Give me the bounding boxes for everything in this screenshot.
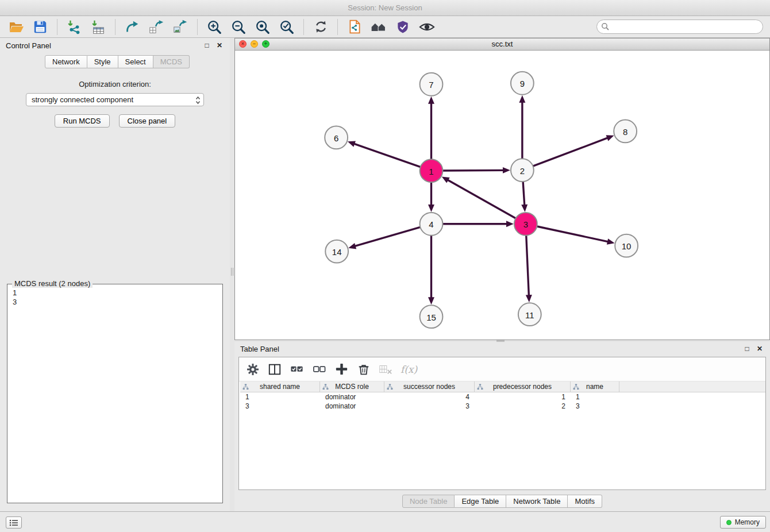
control-panel-tabs: Network Style Select MCDS bbox=[45, 55, 230, 68]
graph-node-6[interactable] bbox=[325, 126, 348, 149]
run-mcds-button[interactable]: Run MCDS bbox=[55, 114, 110, 128]
graph-edge-1-2[interactable] bbox=[442, 170, 504, 171]
table-row[interactable]: 1dominator411 bbox=[240, 392, 765, 402]
zoom-window-button[interactable]: + bbox=[262, 40, 270, 48]
import-network-button[interactable] bbox=[65, 18, 83, 36]
add-column-button[interactable] bbox=[334, 362, 349, 376]
search-input[interactable] bbox=[596, 20, 763, 34]
export-table-button[interactable] bbox=[147, 18, 165, 36]
clear-selection-button[interactable] bbox=[312, 363, 326, 376]
memory-status-icon bbox=[726, 520, 732, 525]
select-all-button[interactable] bbox=[290, 363, 304, 376]
tab-network[interactable]: Network bbox=[45, 55, 87, 68]
toolbar-separator bbox=[115, 19, 116, 35]
tab-motifs[interactable]: Motifs bbox=[568, 495, 602, 508]
float-panel-icon[interactable]: □ bbox=[202, 41, 211, 49]
cell-name[interactable]: 3 bbox=[571, 402, 619, 411]
memory-button[interactable]: Memory bbox=[720, 516, 766, 529]
show-columns-button[interactable] bbox=[268, 363, 282, 376]
annotation-button[interactable] bbox=[394, 18, 412, 36]
close-panel-icon[interactable]: ✕ bbox=[215, 41, 224, 49]
home-button[interactable] bbox=[369, 18, 388, 36]
graph-node-11[interactable] bbox=[518, 303, 541, 326]
open-session-button[interactable] bbox=[7, 18, 25, 36]
cell-mcds-role[interactable]: dominator bbox=[320, 402, 384, 411]
delete-row-button[interactable] bbox=[357, 363, 371, 376]
minimize-window-button[interactable]: − bbox=[251, 40, 258, 48]
vertical-splitter[interactable] bbox=[230, 38, 234, 511]
graph-node-10[interactable] bbox=[615, 234, 638, 257]
zoom-out-icon bbox=[230, 19, 247, 35]
clear-selection-icon bbox=[312, 363, 326, 376]
cell-shared-name[interactable]: 3 bbox=[240, 402, 320, 411]
graph-edge-3-10[interactable] bbox=[537, 226, 609, 242]
column-header-name[interactable]: name bbox=[571, 381, 619, 392]
zoom-out-button[interactable] bbox=[229, 18, 248, 36]
function-builder-button[interactable]: f(x) bbox=[401, 364, 417, 375]
graph-node-15[interactable] bbox=[420, 305, 443, 328]
graph-node-14[interactable] bbox=[325, 240, 348, 263]
graph-edge-2-8[interactable] bbox=[533, 138, 608, 166]
save-session-button[interactable] bbox=[31, 18, 49, 36]
graph-edge-2-3[interactable] bbox=[523, 182, 525, 206]
task-history-button[interactable] bbox=[6, 516, 22, 529]
tab-node-table[interactable]: Node Table bbox=[402, 495, 455, 508]
graph-node-1[interactable] bbox=[420, 159, 443, 182]
import-table-button[interactable] bbox=[89, 18, 107, 36]
close-table-panel-icon[interactable]: ✕ bbox=[755, 345, 764, 353]
graph-node-7[interactable] bbox=[420, 73, 443, 96]
import-network-icon bbox=[66, 19, 82, 35]
graph-edge-4-14[interactable] bbox=[355, 227, 421, 246]
tab-network-table[interactable]: Network Table bbox=[506, 495, 568, 508]
graph-edge-arrow bbox=[521, 205, 528, 212]
columns-icon bbox=[268, 363, 282, 376]
export-image-button[interactable] bbox=[171, 18, 190, 36]
new-network-arrow-icon bbox=[124, 19, 140, 35]
main-toolbar bbox=[0, 16, 770, 38]
column-header-mcds-role[interactable]: MCDS role bbox=[320, 381, 384, 392]
column-header-shared-name[interactable]: shared name bbox=[240, 381, 320, 392]
column-header-successor-nodes[interactable]: successor nodes bbox=[384, 381, 475, 392]
cell-name[interactable]: 1 bbox=[571, 392, 619, 402]
tab-style[interactable]: Style bbox=[87, 55, 118, 68]
show-hide-button[interactable] bbox=[418, 18, 436, 36]
cell-shared-name[interactable]: 1 bbox=[240, 392, 320, 402]
tab-mcds[interactable]: MCDS bbox=[153, 55, 190, 68]
cell-successor-nodes[interactable]: 4 bbox=[384, 392, 475, 402]
graph-edge-3-11[interactable] bbox=[526, 236, 529, 296]
close-window-button[interactable]: × bbox=[239, 40, 247, 48]
graph-edge-arrow bbox=[503, 167, 510, 174]
column-header-predecessor-nodes[interactable]: predecessor nodes bbox=[475, 381, 571, 392]
close-panel-button[interactable]: Close panel bbox=[119, 114, 176, 128]
control-panel: Control Panel □ ✕ Network Style Select M… bbox=[0, 38, 230, 511]
delete-column-button[interactable] bbox=[379, 363, 392, 376]
cell-successor-nodes[interactable]: 3 bbox=[384, 402, 475, 411]
graph-edge-3-1[interactable] bbox=[447, 180, 515, 218]
network-window-titlebar: × − + scc.txt bbox=[235, 38, 769, 51]
refresh-button[interactable] bbox=[311, 18, 330, 36]
network-file-button[interactable] bbox=[345, 18, 364, 36]
graph-node-2[interactable] bbox=[511, 159, 534, 182]
zoom-selected-button[interactable] bbox=[278, 18, 296, 36]
toolbar-separator bbox=[337, 19, 338, 35]
new-network-button[interactable] bbox=[123, 18, 141, 36]
network-canvas[interactable]: 7968124314101511 bbox=[235, 51, 769, 340]
graph-node-8[interactable] bbox=[614, 120, 637, 143]
zoom-selected-icon bbox=[279, 19, 295, 35]
graph-edge-1-6[interactable] bbox=[353, 144, 420, 167]
criterion-dropdown[interactable]: strongly connected component bbox=[26, 93, 204, 106]
graph-node-3[interactable] bbox=[514, 213, 537, 236]
zoom-in-button[interactable] bbox=[205, 18, 224, 36]
table-row[interactable]: 3dominator323 bbox=[240, 402, 765, 411]
table-settings-button[interactable] bbox=[246, 363, 260, 376]
tab-edge-table[interactable]: Edge Table bbox=[455, 495, 506, 508]
float-table-panel-icon[interactable]: □ bbox=[742, 345, 752, 353]
cell-predecessor-nodes[interactable]: 2 bbox=[475, 402, 571, 411]
cell-mcds-role[interactable]: dominator bbox=[320, 392, 384, 402]
cell-predecessor-nodes[interactable]: 1 bbox=[475, 392, 571, 402]
mcds-result-lines: 13 bbox=[7, 284, 222, 311]
tab-select[interactable]: Select bbox=[118, 55, 153, 68]
graph-node-9[interactable] bbox=[511, 72, 534, 95]
graph-node-4[interactable] bbox=[420, 213, 443, 236]
zoom-fit-button[interactable] bbox=[253, 18, 272, 36]
